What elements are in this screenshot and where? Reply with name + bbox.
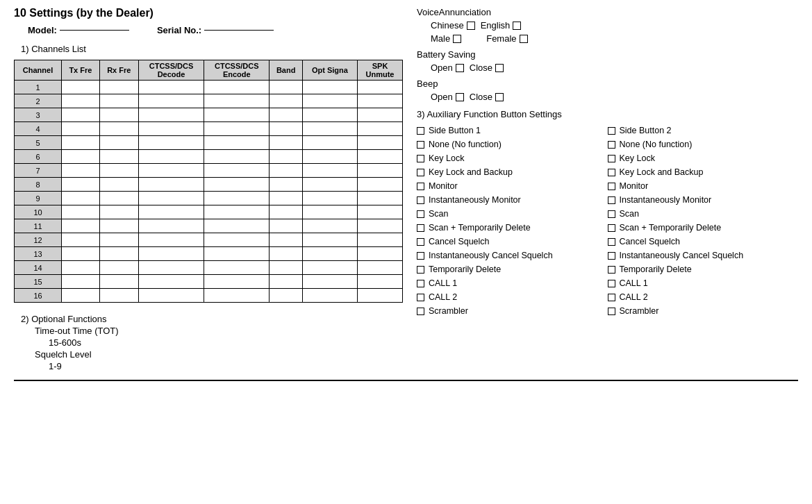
aux-item: Side Button 2 [608, 124, 799, 137]
channel-number: 16 [15, 289, 62, 303]
channel-cell [302, 122, 357, 136]
aux-checkbox[interactable] [417, 252, 424, 260]
table-row: 11 [15, 219, 403, 233]
beep-close-label: Close [470, 92, 492, 102]
battery-close-checkbox[interactable] [495, 64, 504, 72]
channel-cell [62, 122, 100, 136]
channel-cell [358, 233, 403, 247]
aux-checkbox[interactable] [417, 141, 424, 149]
channel-cell [138, 247, 204, 261]
aux-checkbox[interactable] [608, 169, 615, 176]
aux-item-label: Key Lock and Backup [429, 167, 513, 177]
aux-item-label: Instantaneously Monitor [620, 195, 712, 205]
aux-checkbox[interactable] [417, 196, 424, 204]
channel-cell [302, 164, 357, 178]
aux-checkbox[interactable] [417, 238, 424, 246]
table-row: 14 [15, 261, 403, 275]
aux-checkbox[interactable] [608, 127, 615, 135]
aux-checkbox[interactable] [417, 127, 424, 135]
channel-cell [204, 178, 270, 192]
aux-item-label: Instantaneously Cancel Squelch [620, 251, 744, 260]
aux-grid: Side Button 1None (No function)Key LockK… [417, 124, 798, 318]
channel-cell [62, 178, 100, 192]
channel-cell [99, 233, 138, 247]
channel-cell [358, 261, 403, 275]
aux-checkbox[interactable] [417, 294, 424, 301]
channel-cell [138, 219, 204, 233]
aux-checkbox[interactable] [608, 210, 615, 218]
battery-title: Battery Saving [417, 49, 798, 60]
aux-checkbox[interactable] [608, 224, 615, 232]
aux-checkbox[interactable] [417, 169, 424, 176]
aux-col-1: Side Button 1None (No function)Key LockK… [417, 124, 608, 318]
aux-checkbox[interactable] [417, 155, 424, 162]
channel-cell [204, 219, 270, 233]
channel-cell [302, 150, 357, 164]
channel-cell [358, 178, 403, 192]
time-out-label: Time-out Time (TOT) [35, 326, 403, 336]
channel-number: 4 [15, 122, 62, 136]
male-option: Male [431, 33, 461, 44]
aux-title: 3) Auxiliary Function Button Settings [417, 109, 798, 119]
aux-checkbox[interactable] [608, 238, 615, 246]
male-checkbox[interactable] [453, 35, 461, 43]
aux-item-label: Key Lock and Backup [620, 167, 704, 177]
channel-cell [99, 289, 138, 303]
aux-checkbox[interactable] [608, 141, 615, 149]
female-checkbox[interactable] [520, 35, 528, 43]
channel-number: 13 [15, 247, 62, 261]
aux-item: CALL 1 [608, 276, 799, 290]
channel-cell [270, 94, 302, 108]
table-row: 16 [15, 289, 403, 303]
aux-checkbox[interactable] [417, 183, 424, 190]
aux-item-label: Side Button 1 [429, 126, 481, 135]
channel-cell [99, 150, 138, 164]
aux-checkbox[interactable] [608, 266, 615, 274]
col-channel: Channel [15, 60, 62, 81]
channel-number: 3 [15, 108, 62, 122]
channel-cell [62, 136, 100, 150]
aux-item-label: Cancel Squelch [429, 237, 490, 246]
table-row: 1 [15, 81, 403, 94]
beep-open-checkbox[interactable] [456, 93, 464, 101]
aux-item-label: Scrambler [429, 306, 468, 316]
channel-cell [62, 164, 100, 178]
aux-checkbox[interactable] [417, 308, 424, 315]
aux-checkbox[interactable] [608, 308, 615, 315]
channel-cell [358, 94, 403, 108]
aux-checkbox[interactable] [608, 196, 615, 204]
channel-cell [204, 94, 270, 108]
channel-cell [204, 233, 270, 247]
channel-cell [99, 261, 138, 275]
aux-checkbox[interactable] [417, 210, 424, 218]
channel-number: 10 [15, 205, 62, 219]
channel-number: 11 [15, 219, 62, 233]
aux-item: CALL 1 [417, 276, 608, 290]
aux-checkbox[interactable] [608, 252, 615, 260]
aux-checkbox[interactable] [608, 294, 615, 301]
channel-cell [270, 150, 302, 164]
aux-item: Instantaneously Cancel Squelch [608, 249, 799, 262]
chinese-label: Chinese [431, 20, 464, 31]
aux-checkbox[interactable] [608, 183, 615, 190]
english-checkbox[interactable] [513, 22, 521, 30]
aux-item-label: Monitor [620, 181, 649, 191]
aux-item: None (No function) [608, 137, 799, 151]
aux-checkbox[interactable] [608, 155, 615, 162]
beep-close-checkbox[interactable] [495, 93, 504, 101]
channel-cell [138, 136, 204, 150]
aux-checkbox[interactable] [608, 280, 615, 287]
aux-checkbox[interactable] [417, 266, 424, 274]
col-ctcss-encode: CTCSS/DCSEncode [204, 60, 270, 81]
channel-cell [99, 247, 138, 261]
channel-cell [138, 94, 204, 108]
channel-cell [138, 275, 204, 289]
chinese-checkbox[interactable] [467, 22, 475, 30]
aux-checkbox[interactable] [417, 224, 424, 232]
channel-number: 1 [15, 81, 62, 94]
channel-cell [270, 205, 302, 219]
time-out-value: 15-600s [49, 337, 403, 348]
channel-cell [270, 192, 302, 205]
battery-open-checkbox[interactable] [456, 64, 464, 72]
aux-checkbox[interactable] [417, 280, 424, 287]
